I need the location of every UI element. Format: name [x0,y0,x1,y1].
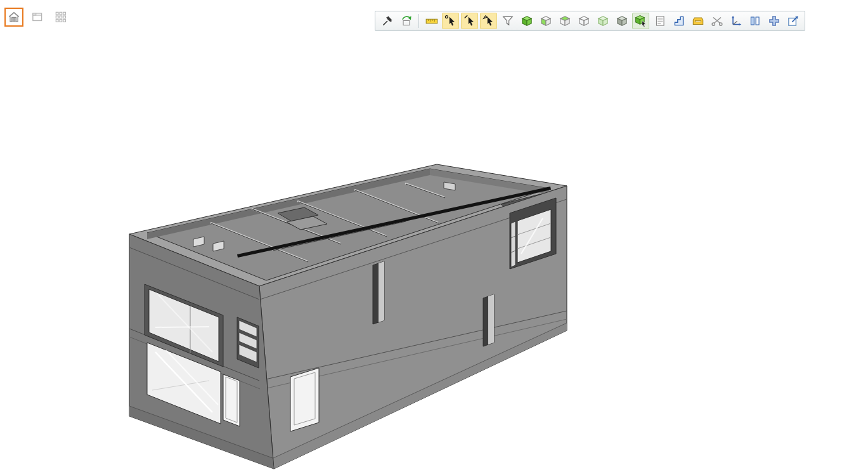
view-transparent-button[interactable] [594,13,611,29]
axes-icon [729,14,743,28]
ruler-icon [425,14,439,28]
toolbar-separator [418,14,419,28]
cube-wire-icon [577,14,591,28]
grid-view-button[interactable] [51,8,70,27]
export-icon [786,14,800,28]
main-toolbar [375,11,805,31]
pin-button[interactable] [379,13,396,29]
view-switch-bar [4,8,70,27]
print-button[interactable] [689,13,706,29]
model-window-slit-1[interactable] [373,261,384,324]
clip-planes-button[interactable] [708,13,725,29]
model-window-slit-2[interactable] [483,294,494,346]
compare-views-button[interactable] [746,13,763,29]
model-view-button[interactable] [4,8,23,27]
look-mode-button[interactable] [480,13,497,29]
export-view-button[interactable] [784,13,801,29]
storeys-button[interactable] [670,13,687,29]
scissors-icon [710,14,724,28]
measure-button[interactable] [423,13,440,29]
cube-glass-icon [596,14,610,28]
cursor-rotate-icon [444,14,458,28]
view-top-button[interactable] [556,13,573,29]
filter-button[interactable] [499,13,516,29]
view-face-button[interactable] [537,13,554,29]
building-model[interactable] [129,164,567,469]
pan-mode-button[interactable] [461,13,478,29]
model-window-end-sidelight[interactable] [237,317,259,368]
pin-icon [380,14,394,28]
layout-view-button[interactable] [28,8,47,27]
storeys-icon [672,14,686,28]
grid-icon [54,10,68,24]
model-door-end[interactable] [223,374,240,426]
view-shaded-button[interactable] [613,13,630,29]
cube-solid-icon [520,14,534,28]
view-solid-button[interactable] [518,13,535,29]
cube-face-icon [539,14,553,28]
viewport-3d[interactable] [0,0,868,472]
rotate-view-button[interactable] [398,13,415,29]
cube-shaded-icon [615,14,629,28]
axes-button[interactable] [727,13,744,29]
cursor-zoom-icon [482,14,496,28]
model-door-facade[interactable] [290,368,319,431]
rotate-icon [399,14,413,28]
plus-icon [767,14,781,28]
panels-icon [748,14,762,28]
sheet-icon [30,10,44,24]
view-wireframe-button[interactable] [575,13,592,29]
list-icon [653,14,667,28]
drawer-icon [691,14,705,28]
orbit-mode-button[interactable] [442,13,459,29]
element-list-button[interactable] [651,13,668,29]
select-element-button[interactable] [632,13,649,29]
cursor-pan-icon [463,14,477,28]
funnel-icon [501,14,515,28]
cube-top-icon [558,14,572,28]
add-view-button[interactable] [765,13,782,29]
cube-cursor-icon [634,14,648,28]
building-icon [7,10,21,24]
